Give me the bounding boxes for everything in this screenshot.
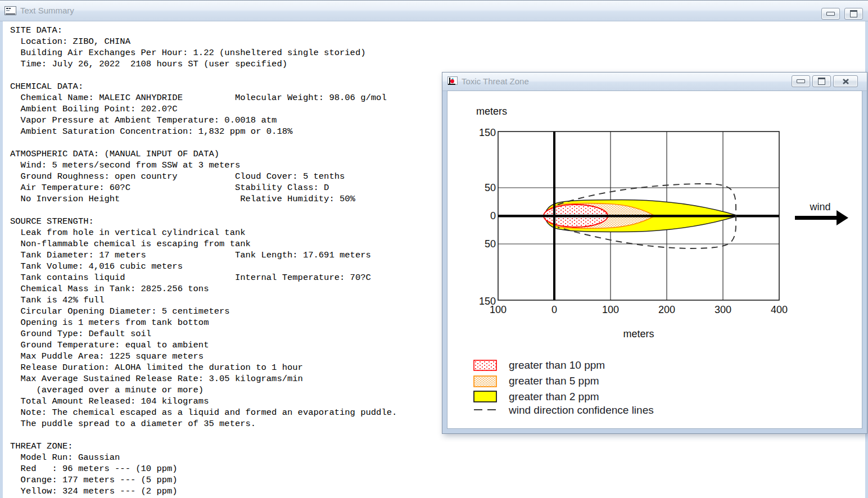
close-icon — [843, 79, 849, 84]
window-controls — [821, 8, 863, 20]
svg-text:0: 0 — [490, 210, 496, 221]
legend-swatch-red — [474, 360, 496, 370]
wind-label: wind — [809, 201, 830, 212]
wind-arrow-head — [837, 210, 848, 225]
window-controls — [792, 75, 858, 87]
toxic-titlebar[interactable]: Toxic Threat Zone — [442, 73, 867, 91]
x-axis-title: meters — [623, 328, 654, 339]
svg-text:100: 100 — [602, 304, 619, 315]
toxic-threat-zone-window: Toxic Threat Zone — [442, 72, 867, 434]
minimize-button[interactable] — [792, 75, 810, 87]
svg-text:200: 200 — [658, 304, 675, 315]
legend-label-red: greater than 10 ppm — [509, 359, 605, 371]
x-tick-labels: 100 0 100 200 300 400 — [490, 304, 788, 315]
text-summary-title: Text Summary — [20, 1, 74, 21]
minimize-icon — [826, 12, 835, 16]
svg-text:50: 50 — [485, 182, 496, 193]
restore-button[interactable] — [812, 75, 831, 87]
legend-swatch-orange — [474, 376, 496, 387]
svg-text:100: 100 — [490, 304, 507, 315]
threat-zone-chart: meters meters — [447, 91, 862, 428]
y-tick-labels: 150 50 0 50 150 — [479, 127, 496, 307]
minimize-button[interactable] — [821, 8, 840, 20]
threat-plot-icon — [447, 76, 458, 88]
svg-text:0: 0 — [551, 304, 557, 315]
maximize-icon — [850, 10, 857, 17]
origin-axes — [498, 132, 779, 300]
maximize-button[interactable] — [844, 8, 863, 20]
legend-swatch-yellow — [474, 391, 496, 402]
svg-text:400: 400 — [771, 304, 788, 315]
minimize-icon — [797, 79, 805, 83]
legend-label-orange: greater than 5 ppm — [509, 375, 599, 387]
svg-text:300: 300 — [715, 304, 731, 315]
close-button[interactable] — [833, 75, 858, 87]
text-summary-titlebar[interactable]: Text Summary — [0, 1, 868, 21]
restore-icon — [818, 78, 825, 85]
y-axis-title: meters — [476, 106, 507, 117]
threat-zone-plot: meters meters — [447, 90, 862, 429]
legend: greater than 10 ppm greater than 5 ppm g… — [474, 359, 654, 416]
legend-label-yellow: greater than 2 ppm — [509, 391, 599, 402]
text-document-icon — [4, 6, 16, 17]
toxic-window-title: Toxic Threat Zone — [462, 73, 529, 90]
legend-label-confidence: wind direction confidence lines — [508, 404, 654, 416]
svg-text:50: 50 — [485, 238, 496, 250]
svg-text:150: 150 — [479, 127, 496, 138]
wind-arrow — [795, 216, 837, 220]
wind-annotation: wind — [795, 201, 848, 225]
